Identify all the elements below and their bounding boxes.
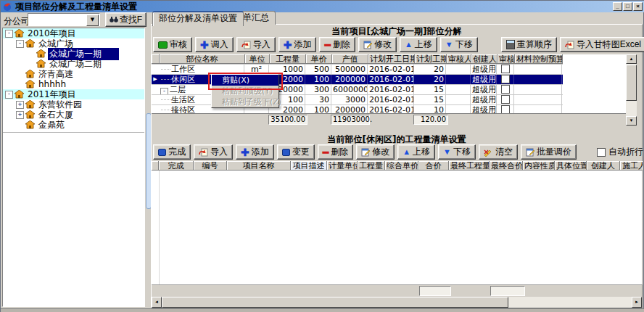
vscroll-thumb[interactable] xyxy=(626,65,637,101)
find-button[interactable]: 查找F xyxy=(105,12,146,27)
plus-icon: ✚ xyxy=(284,41,292,49)
delete-button[interactable]: ━删除 xyxy=(319,37,355,52)
list-grid-body-empty[interactable] xyxy=(152,171,643,284)
modify-button[interactable]: 修改 xyxy=(358,37,397,52)
tree-expand-icon[interactable]: + xyxy=(16,101,24,109)
recalc-order-button[interactable]: 重算顺序 xyxy=(501,37,557,52)
window-title: 项目部位分解及工程量清单设置 xyxy=(15,1,137,13)
column-header[interactable]: 计划工期 xyxy=(415,54,447,64)
column-header[interactable]: 工程量 xyxy=(358,161,385,171)
column-header[interactable]: 项目名称 xyxy=(227,161,291,171)
tree-node-jiqing[interactable]: 济青高速 xyxy=(3,69,144,79)
batch-price-button[interactable]: 批量调价 xyxy=(521,144,577,160)
close-button[interactable]: × xyxy=(633,2,643,11)
column-header[interactable]: 完成 xyxy=(159,161,194,171)
house-icon xyxy=(25,80,35,89)
tree-expand-icon[interactable]: + xyxy=(16,111,24,119)
clear-button[interactable]: 清空 xyxy=(479,144,518,160)
lower-summary-row xyxy=(152,284,642,297)
call-in-button[interactable]: ✚调入 xyxy=(195,37,234,52)
tree-collapse-icon[interactable]: - xyxy=(5,91,13,99)
column-header[interactable]: 最终工程量 xyxy=(449,161,490,171)
audit-checkbox[interactable] xyxy=(501,105,510,113)
move-up-button-lower[interactable]: ▲上移 xyxy=(397,144,435,160)
column-header[interactable]: 编号 xyxy=(194,161,227,171)
column-header[interactable]: 具体位置 xyxy=(555,161,587,171)
scroll-right-icon[interactable]: ► xyxy=(632,297,642,308)
column-header[interactable]: 审核否 xyxy=(498,54,515,64)
column-header-highlighted[interactable]: 项目描述 xyxy=(291,161,327,171)
column-header[interactable]: 计量单位 xyxy=(327,161,358,171)
minus-icon: ━ xyxy=(323,149,329,156)
window-bottom-frame xyxy=(1,308,644,312)
move-down-button[interactable]: ▼下移 xyxy=(440,37,478,52)
qty-total-box: 35100.00 xyxy=(268,115,307,125)
house-icon xyxy=(25,70,35,78)
chevron-down-icon[interactable]: ▼ xyxy=(86,15,99,26)
row-indicator-header xyxy=(152,54,160,64)
column-header[interactable]: 最终合价 xyxy=(490,161,523,171)
add-button-lower[interactable]: ✚添加 xyxy=(236,144,274,160)
column-header[interactable]: 材料控制预算 xyxy=(515,54,563,64)
house-icon xyxy=(36,59,46,68)
modify-button-lower[interactable]: 修改 xyxy=(356,144,395,160)
import-gantt-excel-button[interactable]: 导入甘特图Excel xyxy=(560,37,644,52)
column-header[interactable]: 内容性质 xyxy=(523,161,555,171)
tree-node-label[interactable]: 金鼎苑 xyxy=(37,119,66,131)
edit-pad-icon xyxy=(363,41,372,49)
tree-divider xyxy=(3,132,144,133)
tree-collapse-icon[interactable]: - xyxy=(16,40,24,48)
autowrap-checkbox[interactable] xyxy=(597,148,606,157)
edit-pad-icon xyxy=(361,148,370,157)
column-header[interactable]: 审核人 xyxy=(447,54,471,64)
column-header[interactable]: 创建人 xyxy=(587,161,620,171)
audit-button[interactable]: 审核 xyxy=(153,37,192,52)
tree-collapse-icon[interactable]: - xyxy=(5,30,13,38)
column-header[interactable]: 单位 xyxy=(245,54,270,64)
scroll-up-icon[interactable]: ▲ xyxy=(626,54,637,64)
house-icon xyxy=(15,90,24,99)
scroll-down-icon[interactable]: ▼ xyxy=(626,116,637,126)
move-up-button[interactable]: ▲上移 xyxy=(400,37,437,52)
lower-grid-hscrollbar[interactable]: ◄ ► xyxy=(152,297,642,308)
change-button[interactable]: 变更 xyxy=(277,144,315,160)
column-header[interactable]: 施工人 xyxy=(620,161,643,171)
column-header[interactable]: 综合单价 xyxy=(385,161,418,171)
tree-collapse-icon[interactable]: - xyxy=(160,88,168,94)
import-sheet-icon xyxy=(565,41,574,49)
audit-checkbox[interactable] xyxy=(501,65,510,73)
branch-combobox[interactable]: ▼ xyxy=(28,13,100,26)
audit-green-icon xyxy=(158,41,168,49)
add-button[interactable]: ✚添加 xyxy=(278,37,317,52)
house-icon xyxy=(25,100,35,109)
column-header[interactable]: 工程量 xyxy=(270,54,306,64)
audit-checkbox[interactable] xyxy=(501,75,510,83)
tree-node-label[interactable]: 济青高速 xyxy=(37,68,75,81)
tree-node-jinshi[interactable]: + 金石大厦 xyxy=(3,110,144,120)
column-header[interactable]: 部位名称 xyxy=(160,54,245,64)
tab-label: 部位分解及清单设置 xyxy=(159,13,237,23)
minimize-button[interactable]: _ xyxy=(613,2,622,11)
title-bar[interactable]: 项目部位分解及工程量清单设置 _ □ × xyxy=(1,1,644,12)
autowrap-option[interactable]: 自动折行 xyxy=(597,146,643,158)
upper-grid-vscrollbar[interactable]: ▲ ▼ xyxy=(626,54,637,126)
column-header[interactable]: 创建人 xyxy=(471,54,498,64)
tree-node-jinding[interactable]: 金鼎苑 xyxy=(3,120,144,130)
column-header[interactable]: 产值 xyxy=(332,54,368,64)
column-header[interactable]: 单价 xyxy=(306,54,332,64)
column-header[interactable]: 计划开工日期 xyxy=(368,54,415,64)
maximize-button[interactable]: □ xyxy=(623,2,632,11)
column-header[interactable]: 合价 xyxy=(418,161,449,171)
scroll-left-icon[interactable]: ◄ xyxy=(152,297,162,308)
upper-section-title: 当前项目[众城广场一期]部位分解 xyxy=(151,25,643,38)
plus-icon: ✚ xyxy=(241,149,249,156)
audit-checkbox[interactable] xyxy=(501,85,510,94)
import-button-lower[interactable]: 导入 xyxy=(194,144,233,160)
hscroll-thumb[interactable] xyxy=(162,297,508,308)
finish-button[interactable]: 完成 xyxy=(153,144,191,160)
move-down-button-lower[interactable]: ▼下移 xyxy=(438,144,476,160)
delete-button-lower[interactable]: ━删除 xyxy=(318,144,353,160)
audit-checkbox[interactable] xyxy=(501,95,510,104)
tab-part-breakdown[interactable]: 部位分解及清单设置 xyxy=(152,11,244,26)
import-button[interactable]: 导入 xyxy=(236,37,276,52)
